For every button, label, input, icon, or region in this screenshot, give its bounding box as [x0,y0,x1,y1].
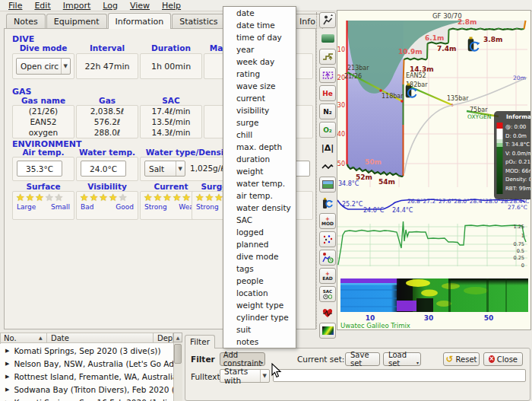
menu-item-air-temp[interactable]: air temp. [223,189,296,202]
menu-import[interactable]: Import [58,1,97,11]
load-set-button[interactable]: Load set ▾ [383,352,421,366]
dive-mode-select[interactable]: Open circ ▼ [16,58,71,75]
heart-rate-button[interactable] [319,304,336,320]
menu-help[interactable]: Help [157,1,186,11]
svg-text:10: 10 [366,314,375,322]
column-depth[interactable]: Dep [157,334,173,342]
mod-toggle-button[interactable]: + MOD [319,213,336,229]
rating-low: Large [17,203,36,211]
svg-text:50: 50 [337,161,345,167]
svg-text:24.0°C: 24.0°C [363,207,385,214]
o2-graph-button[interactable]: O₂ [319,122,336,138]
scrollbar-thumb[interactable] [174,344,182,364]
photos-toggle-button[interactable] [319,177,336,193]
menu-item-weight-type[interactable]: weight type [223,299,296,311]
deco-info-button[interactable] [319,250,336,266]
menu-item-sac[interactable]: SAC [223,214,296,226]
trip-label: Nelson Bay, NSW, Australia (Let's Go Adv… [14,359,173,368]
surface-waves-rating[interactable]: ★★★★★ LargeSmall [12,191,74,220]
menu-item-logged[interactable]: logged [223,226,296,238]
menu-item-dive-mode[interactable]: dive mode [223,250,296,263]
trip-row[interactable]: ▶Nelson Bay, NSW, Australia (Let's Go Ad… [0,357,173,370]
tab-equipment[interactable]: Equipment [46,14,107,29]
menu-item-water-density[interactable]: water density [223,202,296,214]
trip-row[interactable]: ▶Rottnest Island, Fremantle, WA, Austral… [0,370,173,383]
stars-filled: ★★★ [195,192,224,203]
menu-item-duration[interactable]: duration [223,153,296,165]
water-type-select[interactable]: Salt ▼ [144,161,185,177]
column-date[interactable]: Date [51,334,69,342]
fulltext-search-input[interactable] [273,369,526,382]
gradient-factor-button[interactable]: |Δ| [319,140,336,156]
scrollbar-up-button[interactable]: ▲ [173,333,182,342]
menu-item-surge[interactable]: surge [223,116,296,129]
dive-profile-chart[interactable]: 10 20 30 40 50 GF 30/70 213bar 21/26 118… [337,10,531,330]
panel-splitter[interactable] [316,12,318,329]
dc-ceiling-button[interactable] [319,67,336,83]
ead-toggle-button[interactable]: + EAD [319,268,336,284]
trip-row[interactable]: ▶Sodwana Bay (Triton Divers), Feb 2020 (… [0,383,173,396]
menu-item-year[interactable]: year [223,43,296,56]
expand-caret-icon[interactable]: ▶ [5,374,9,380]
expand-caret-icon[interactable]: ▶ [5,387,9,393]
menu-item-suit[interactable]: suit [223,323,296,336]
menu-item-weight[interactable]: weight [223,165,296,177]
menu-edit[interactable]: Edit [29,1,55,11]
n2-graph-button[interactable]: N₂ [319,103,336,119]
save-set-button[interactable]: Save set [345,352,380,366]
info-tooltip[interactable]: Information @: 0:00 D: 0.0m T: 34.8°C V:… [494,111,530,199]
dive-computer-label: Uwatec Galileo Trimix [340,322,410,329]
add-constraint-button[interactable]: Add constraint ▾ [220,352,265,366]
menu-item-max-depth[interactable]: max. depth [223,141,296,153]
svg-text:0.75: 0.75 [514,241,524,247]
menu-item-notes[interactable]: notes [223,336,296,348]
close-button[interactable]: × Close [483,352,523,366]
menu-item-people[interactable]: people [223,275,296,287]
expand-caret-icon[interactable]: ▶ [5,361,9,367]
particles-toggle-button[interactable] [319,231,336,247]
sac-toggle-button[interactable]: SAC [319,286,336,302]
chevron-down-icon: ▼ [176,161,185,176]
dive-mode-toggle-button[interactable] [319,12,336,28]
constraint-type-menu: date date time time of day year week day… [223,6,296,348]
filter-tab[interactable]: Filter [185,335,215,348]
gas-change-button[interactable] [319,195,336,211]
tab-notes[interactable]: Notes [6,14,46,29]
tissue-heatmap [340,278,528,312]
reset-button[interactable]: ↺ Reset [443,352,480,366]
svg-text:75bar: 75bar [470,107,488,113]
menu-item-tags[interactable]: tags [223,263,296,275]
column-no[interactable]: No. [4,334,17,342]
menu-item-rating[interactable]: rating [223,68,296,80]
menu-item-chill[interactable]: chill [223,129,296,141]
he-graph-button[interactable]: He [319,85,336,101]
calc-ceiling-toggle-button[interactable] [319,30,336,46]
trip-row[interactable]: ▶Komati Springs, Sun 16 Feb 2020 (1 dive… [0,396,173,401]
ceiling-steps-button[interactable] [319,49,336,65]
menu-file[interactable]: File [3,1,27,11]
menu-item-location[interactable]: location [223,287,296,299]
menu-item-visibility[interactable]: visibility [223,104,296,116]
menu-item-planned[interactable]: planned [223,238,296,250]
menu-item-date[interactable]: date [223,7,296,19]
heart-rate-line-button[interactable] [319,158,336,174]
menu-item-current[interactable]: current [223,92,296,104]
menu-item-cylinder-type[interactable]: cylinder type [223,311,296,323]
trip-row[interactable]: ▶Komati Springs, Sep 2020 (3 dive(s)) [0,344,173,357]
tab-information[interactable]: Information [108,13,172,29]
menu-view[interactable]: View [125,1,155,11]
match-mode-select[interactable]: Starts with ▼ [220,369,270,383]
menu-item-time-of-day[interactable]: time of day [223,31,296,43]
svg-text:27.6°C: 27.6°C [508,204,527,211]
water-temp-field[interactable] [81,161,126,177]
tab-statistics[interactable]: Statistics [172,14,225,29]
menu-item-wave-size[interactable]: wave size [223,80,296,92]
menu-item-week-day[interactable]: week day [223,56,296,68]
visibility-rating[interactable]: ★★★★★ BadGood [76,191,138,220]
menu-item-date-time[interactable]: date time [223,19,296,31]
menu-item-water-temp[interactable]: water temp. [223,177,296,189]
air-temp-field[interactable] [17,161,62,177]
expand-caret-icon[interactable]: ▶ [5,348,9,354]
sort-asc-icon[interactable]: ▲ [39,335,43,340]
menu-log[interactable]: Log [97,1,123,11]
